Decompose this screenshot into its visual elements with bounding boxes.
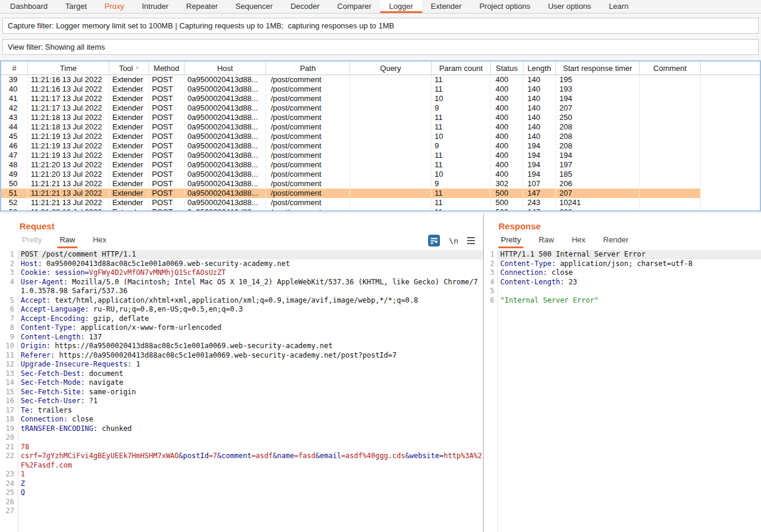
column-header-length[interactable]: Length xyxy=(523,61,556,74)
view-filter-bar[interactable]: View filter: Showing all items xyxy=(2,39,759,55)
column-header-query[interactable]: Query xyxy=(350,61,432,74)
line-number: 2 xyxy=(0,259,18,269)
table-row[interactable]: 4911:21:20 13 Jul 2022ExtenderPOST0a9500… xyxy=(1,170,760,179)
line-number: 1 xyxy=(484,250,497,259)
tab-project-options[interactable]: Project options xyxy=(471,0,539,13)
tab-sequencer[interactable]: Sequencer xyxy=(226,0,281,13)
code-line: 22csrf=7gYzhMCiFvi4gBEyUEEk7HmHSHM7xWAO&… xyxy=(0,452,483,470)
table-row[interactable]: 4411:21:18 13 Jul 2022ExtenderPOST0a9500… xyxy=(1,122,760,132)
capture-filter-bar[interactable]: Capture filter: Logger memory limit set … xyxy=(2,18,759,34)
table-row[interactable]: 4311:21:18 13 Jul 2022ExtenderPOST0a9500… xyxy=(1,113,760,122)
table-row[interactable]: 5011:21:21 13 Jul 2022ExtenderPOST0a9500… xyxy=(1,179,760,189)
line-number: 7 xyxy=(0,314,18,324)
table-row[interactable]: 4111:21:17 13 Jul 2022ExtenderPOST0a9500… xyxy=(1,94,760,103)
code-line: 17Te: trailers xyxy=(0,406,483,416)
tab-user-options[interactable]: User options xyxy=(539,0,600,13)
request-tab-hex[interactable]: Hex xyxy=(90,235,109,248)
column-header-method[interactable]: Method xyxy=(149,61,184,74)
tab-logger[interactable]: Logger xyxy=(380,0,422,13)
line-number: 17 xyxy=(0,406,18,416)
tab-proxy[interactable]: Proxy xyxy=(96,0,133,13)
request-tab-raw[interactable]: Raw xyxy=(57,235,77,248)
table-row[interactable]: 4011:21:16 13 Jul 2022ExtenderPOST0a9500… xyxy=(1,85,760,94)
line-content: Sec-Fetch-Dest: document xyxy=(18,369,483,379)
tab-target[interactable]: Target xyxy=(57,0,96,13)
log-table: #TimeTool∧MethodHostPathQueryParam count… xyxy=(0,60,761,212)
response-editor[interactable]: 1HTTP/1.1 500 Internal Server Error2Cont… xyxy=(484,250,761,532)
line-number: 20 xyxy=(0,433,18,443)
column-header-start_response_timer[interactable]: Start response timer xyxy=(556,61,640,74)
line-content: Content-Type: application/json; charset=… xyxy=(497,259,761,269)
code-line: 2Host: 0a9500020413d88ac08c5c1e001a0069.… xyxy=(0,259,483,269)
request-tab-pretty[interactable]: Pretty xyxy=(20,235,44,248)
line-number: 6 xyxy=(484,296,497,306)
table-row[interactable]: 5211:21:21 13 Jul 2022ExtenderPOST0a9500… xyxy=(1,198,760,207)
column-header-tool[interactable]: Tool∧ xyxy=(109,61,149,74)
line-content: Z xyxy=(18,479,483,489)
code-line: 13Sec-Fetch-Dest: document xyxy=(0,369,483,379)
column-header-num[interactable]: # xyxy=(1,61,28,74)
response-tab-pretty[interactable]: Pretty xyxy=(498,235,523,248)
tab-repeater[interactable]: Repeater xyxy=(177,0,226,13)
tab-comparer[interactable]: Comparer xyxy=(328,0,380,13)
syntax-highlight-icon[interactable] xyxy=(428,235,440,246)
column-header-param_count[interactable]: Param count xyxy=(432,61,491,74)
line-content: Upgrade-Insecure-Requests: 1 xyxy=(18,360,483,369)
line-number: 2 xyxy=(484,259,497,269)
response-panel: Response PrettyRawHexRender 1HTTP/1.1 50… xyxy=(484,214,761,532)
line-content: Sec-Fetch-Site: same-origin xyxy=(18,388,483,397)
code-line: 26 xyxy=(0,498,483,507)
table-row[interactable]: 4811:21:20 13 Jul 2022ExtenderPOST0a9500… xyxy=(1,160,760,170)
code-line: 12Upgrade-Insecure-Requests: 1 xyxy=(0,360,483,369)
editor-menu-icon[interactable] xyxy=(467,236,475,245)
line-content: tRANSFER-ENCODING: chunked xyxy=(18,424,483,434)
table-row[interactable]: 4511:21:19 13 Jul 2022ExtenderPOST0a9500… xyxy=(1,132,760,141)
table-row[interactable]: 3911:21:16 13 Jul 2022ExtenderPOST0a9500… xyxy=(1,75,760,85)
code-line: 27 xyxy=(0,507,483,516)
table-row[interactable]: 4211:21:17 13 Jul 2022ExtenderPOST0a9500… xyxy=(1,103,760,113)
tab-intruder[interactable]: Intruder xyxy=(133,0,177,13)
tab-learn[interactable]: Learn xyxy=(600,0,637,13)
line-content: csrf=7gYzhMCiFvi4gBEyUEEk7HmHSHM7xWAO&po… xyxy=(18,452,483,470)
code-line: 6Accept-Language: ru-RU,ru;q=0.8,en-US;q… xyxy=(0,305,483,314)
line-number: 14 xyxy=(0,378,18,388)
request-panel-title: Request xyxy=(0,221,483,231)
tab-dashboard[interactable]: Dashboard xyxy=(1,0,57,13)
table-row[interactable]: 4611:21:19 13 Jul 2022ExtenderPOST0a9500… xyxy=(1,141,760,151)
line-number: 11 xyxy=(0,351,18,361)
column-header-comment[interactable]: Comment xyxy=(640,61,701,74)
response-tab-raw[interactable]: Raw xyxy=(536,235,556,248)
column-header-host[interactable]: Host xyxy=(184,61,266,74)
line-number: 4 xyxy=(0,278,18,296)
line-number: 18 xyxy=(0,415,18,424)
line-content: 78 xyxy=(18,443,483,452)
line-content: Sec-Fetch-User: ?1 xyxy=(18,397,483,406)
column-header-path[interactable]: Path xyxy=(266,61,350,74)
response-tab-render[interactable]: Render xyxy=(601,235,631,248)
request-editor[interactable]: 1POST /post/comment HTTP/1.12Host: 0a950… xyxy=(0,250,483,532)
line-content xyxy=(18,498,483,507)
code-line: 231 xyxy=(0,470,483,479)
show-newlines-icon[interactable]: \n xyxy=(449,236,458,245)
column-header-time[interactable]: Time xyxy=(28,61,109,74)
table-row[interactable]: 4711:21:19 13 Jul 2022ExtenderPOST0a9500… xyxy=(1,151,760,160)
table-row[interactable]: 5311:21:22 13 Jul 2022ExtenderPOST0a9500… xyxy=(1,207,760,212)
line-number: 15 xyxy=(0,388,18,397)
code-line: 25Q xyxy=(0,488,483,498)
line-number: 3 xyxy=(484,268,497,278)
line-number: 21 xyxy=(0,443,18,452)
line-content: Host: 0a9500020413d88ac08c5c1e001a0069.w… xyxy=(18,259,483,269)
tab-decoder[interactable]: Decoder xyxy=(281,0,328,13)
response-tab-hex[interactable]: Hex xyxy=(569,235,588,248)
line-number: 19 xyxy=(0,424,18,434)
tab-extender[interactable]: Extender xyxy=(422,0,471,13)
line-number: 5 xyxy=(0,296,18,306)
capture-filter-text: Capture filter: Logger memory limit set … xyxy=(3,21,394,30)
message-editors: Request PrettyRawHex \n xyxy=(0,214,761,532)
line-number: 12 xyxy=(0,360,18,369)
column-header-status[interactable]: Status xyxy=(491,61,523,74)
log-table-header: #TimeTool∧MethodHostPathQueryParam count… xyxy=(1,61,760,75)
table-row[interactable]: 5111:21:21 13 Jul 2022ExtenderPOST0a9500… xyxy=(1,189,760,198)
line-number: 24 xyxy=(0,479,18,489)
request-panel: Request PrettyRawHex \n xyxy=(0,214,484,532)
